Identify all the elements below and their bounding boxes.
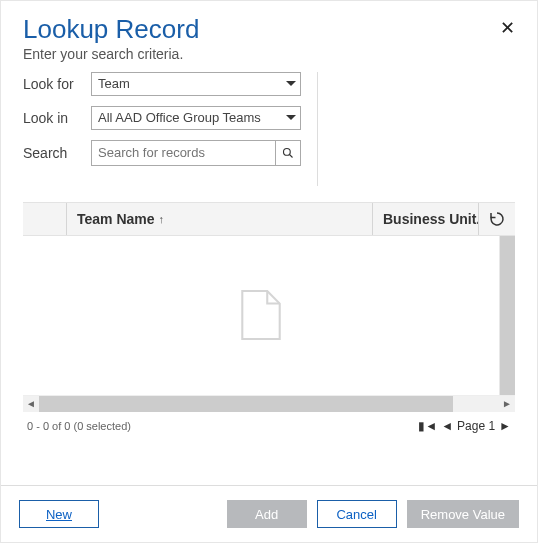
- look-for-select[interactable]: Team: [91, 72, 301, 96]
- sort-ascending-icon: ↑: [159, 213, 165, 225]
- column-business-unit-label: Business Unit...: [383, 211, 479, 227]
- column-team-name-label: Team Name: [77, 211, 155, 227]
- look-in-label: Look in: [23, 110, 83, 126]
- empty-document-icon: [240, 289, 282, 341]
- scroll-right-icon[interactable]: ►: [499, 396, 515, 412]
- chevron-down-icon: [286, 115, 296, 120]
- search-icon: [282, 147, 294, 159]
- refresh-icon: [488, 210, 506, 228]
- search-button[interactable]: [275, 140, 301, 166]
- scroll-left-icon[interactable]: ◄: [23, 396, 39, 412]
- pager-page-label: Page 1: [457, 419, 495, 433]
- look-in-value: All AAD Office Group Teams: [98, 110, 261, 125]
- remove-value-button[interactable]: Remove Value: [407, 500, 519, 528]
- pager-next-icon[interactable]: ►: [499, 420, 511, 432]
- search-input[interactable]: [91, 140, 275, 166]
- results-grid: Team Name ↑ Business Unit...: [23, 202, 515, 440]
- pager-status: 0 - 0 of 0 (0 selected): [27, 420, 131, 432]
- vertical-scrollbar[interactable]: [499, 236, 515, 395]
- pager-first-icon[interactable]: ▮◄: [418, 420, 437, 432]
- pager-prev-icon[interactable]: ◄: [441, 420, 453, 432]
- look-for-label: Look for: [23, 76, 83, 92]
- grid-empty-state: [23, 236, 499, 395]
- column-team-name[interactable]: Team Name ↑: [67, 203, 373, 235]
- chevron-down-icon: [286, 81, 296, 86]
- dialog-title: Lookup Record: [23, 15, 199, 44]
- column-checkbox-spacer: [23, 203, 67, 235]
- refresh-button[interactable]: [479, 203, 515, 235]
- dialog-subtitle: Enter your search criteria.: [23, 46, 515, 62]
- criteria-panel: Look for Team Look in All AAD Office Gro…: [23, 72, 318, 186]
- look-in-select[interactable]: All AAD Office Group Teams: [91, 106, 301, 130]
- add-button[interactable]: Add: [227, 500, 307, 528]
- search-label: Search: [23, 145, 83, 161]
- cancel-button[interactable]: Cancel: [317, 500, 397, 528]
- dialog-footer: New Add Cancel Remove Value: [1, 485, 537, 542]
- svg-line-1: [290, 154, 293, 157]
- horizontal-scrollbar[interactable]: ◄ ►: [23, 396, 515, 412]
- close-icon[interactable]: ✕: [500, 17, 515, 39]
- column-business-unit[interactable]: Business Unit...: [373, 203, 479, 235]
- svg-point-0: [284, 148, 291, 155]
- new-button[interactable]: New: [19, 500, 99, 528]
- look-for-value: Team: [98, 76, 130, 91]
